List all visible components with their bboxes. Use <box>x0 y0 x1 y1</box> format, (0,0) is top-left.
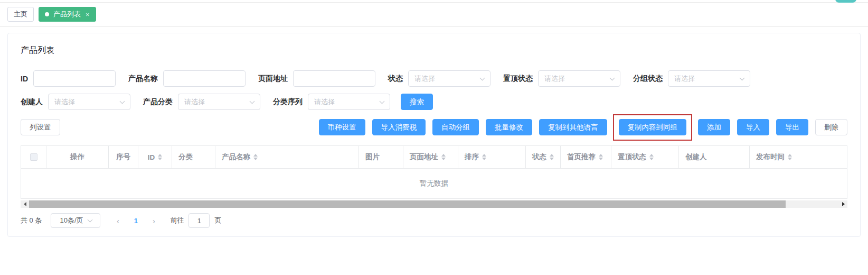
col-actions: 操作 <box>46 146 109 168</box>
category-sequence-select-label: 分类序列 <box>273 97 303 107</box>
tab-product-list[interactable]: 产品列表× <box>39 7 96 22</box>
export-button[interactable]: 导出 <box>776 119 808 135</box>
filter-item-status-select: 状态请选择 <box>388 70 490 87</box>
sort-ascending-icon <box>441 154 446 157</box>
sort-ascending-icon <box>599 154 603 157</box>
col-top-status: 置顶状态 <box>611 146 679 168</box>
chevron-down-icon <box>610 75 615 80</box>
horizontal-scrollbar[interactable] <box>21 200 847 208</box>
import-consumption-tax-button[interactable]: 导入消费税 <box>372 119 426 135</box>
filter-item-id-input: ID <box>21 70 116 87</box>
sort-ascending-icon <box>649 154 654 157</box>
col-home-recommend-label: 首页推荐 <box>567 152 596 162</box>
sort-icon[interactable] <box>482 154 486 160</box>
next-page-button[interactable]: › <box>145 216 163 225</box>
id-input-label: ID <box>21 75 28 83</box>
col-category: 分类 <box>172 146 215 168</box>
page-title: 产品列表 <box>21 45 847 56</box>
copy-content-to-same-group-button[interactable]: 复制内容到同组 <box>619 119 687 135</box>
group-status-select[interactable]: 请选择 <box>668 70 750 87</box>
scroll-left-arrow-icon[interactable] <box>21 202 29 206</box>
sort-descending-icon <box>550 158 554 160</box>
sort-descending-icon <box>158 158 162 160</box>
product-name-input-label: 产品名称 <box>128 74 158 84</box>
col-creator: 创建人 <box>679 146 750 168</box>
sort-icon[interactable] <box>649 154 654 160</box>
scroll-right-arrow-icon[interactable] <box>839 202 847 206</box>
status-select[interactable]: 请选择 <box>408 70 490 87</box>
col-page-url: 页面地址 <box>403 146 458 168</box>
sort-icon[interactable] <box>441 154 446 160</box>
col-select <box>21 146 46 168</box>
copy-to-other-languages-button[interactable]: 复制到其他语言 <box>539 119 607 135</box>
goto-page-input[interactable] <box>188 213 210 228</box>
select-placeholder: 请选择 <box>674 74 695 84</box>
topbar <box>0 0 868 3</box>
select-placeholder: 请选择 <box>184 97 205 107</box>
filter-item-category-sequence-select: 分类序列请选择 <box>273 94 390 110</box>
toolbar: 列设置 币种设置导入消费税自动分组批量修改复制到其他语言复制内容到同组添加导入导… <box>21 119 847 135</box>
page-url-input[interactable] <box>293 70 375 87</box>
select-all-checkbox[interactable] <box>30 153 37 161</box>
currency-settings-button[interactable]: 币种设置 <box>319 119 365 135</box>
filter-form: ID产品名称页面地址状态请选择置顶状态请选择分组状态请选择 创建人请选择产品分类… <box>21 70 847 110</box>
id-input[interactable] <box>33 70 116 87</box>
creator-select[interactable]: 请选择 <box>48 94 130 110</box>
add-button[interactable]: 添加 <box>698 119 730 135</box>
annotation-highlight-box: 复制内容到同组 <box>619 119 687 135</box>
filter-item-page-url-input: 页面地址 <box>258 70 375 87</box>
page-number-1[interactable]: 1 <box>127 217 145 225</box>
page-url-input-label: 页面地址 <box>258 74 288 84</box>
prev-page-button[interactable]: ‹ <box>109 216 127 225</box>
teal-pill-badge[interactable] <box>835 0 856 3</box>
sort-icon[interactable] <box>158 154 162 160</box>
goto-label: 前往 <box>170 216 184 225</box>
toolbar-left: 列设置 <box>21 119 60 135</box>
col-id: ID <box>138 146 172 168</box>
sort-descending-icon <box>441 158 446 160</box>
sort-icon[interactable] <box>599 154 603 160</box>
sort-descending-icon <box>599 158 603 160</box>
filter-item-product-name-input: 产品名称 <box>128 70 246 87</box>
chevron-down-icon <box>250 98 255 104</box>
product-category-select[interactable]: 请选择 <box>178 94 260 110</box>
filter-item-creator-select: 创建人请选择 <box>21 94 130 110</box>
sort-descending-icon <box>482 158 486 160</box>
sort-icon[interactable] <box>550 154 554 160</box>
tab-home[interactable]: 主页 <box>7 7 34 22</box>
table-header-row: 操作序号ID分类产品名称图片页面地址排序状态首页推荐置顶状态创建人发布时间 <box>21 146 847 169</box>
col-status-label: 状态 <box>532 152 546 162</box>
tab-label: 产品列表 <box>53 10 81 19</box>
col-creator-label: 创建人 <box>685 152 707 162</box>
goto-page-group: 前往 页 <box>170 213 221 228</box>
column-settings-button[interactable]: 列设置 <box>21 119 60 135</box>
product-name-input[interactable] <box>163 70 246 87</box>
sort-icon[interactable] <box>788 154 792 160</box>
col-actions-label: 操作 <box>70 152 84 162</box>
scrollbar-thumb[interactable] <box>29 200 786 208</box>
col-category-label: 分类 <box>178 152 193 162</box>
filter-row-1: ID产品名称页面地址状态请选择置顶状态请选择分组状态请选择 <box>21 70 847 87</box>
page-size-value: 10条/页 <box>60 216 83 225</box>
top-status-select[interactable]: 请选择 <box>538 70 620 87</box>
pagination: 共 0 条 10条/页 ‹ 1 › 前往 页 <box>21 213 847 228</box>
select-placeholder: 请选择 <box>544 74 565 84</box>
select-placeholder: 请选择 <box>54 97 75 107</box>
col-sort-label: 排序 <box>465 152 479 162</box>
col-image: 图片 <box>359 146 403 168</box>
tab-close-icon[interactable]: × <box>86 11 90 18</box>
auto-group-button[interactable]: 自动分组 <box>432 119 479 135</box>
col-page-url-label: 页面地址 <box>410 152 438 162</box>
delete-button[interactable]: 删除 <box>815 119 847 135</box>
sort-icon[interactable] <box>253 154 258 160</box>
search-button[interactable]: 搜索 <box>401 94 433 110</box>
page-size-select[interactable]: 10条/页 <box>51 213 100 228</box>
col-index: 序号 <box>109 146 138 168</box>
filter-item-product-category-select: 产品分类请选择 <box>143 94 260 110</box>
sort-descending-icon <box>788 158 792 160</box>
sort-ascending-icon <box>158 154 162 157</box>
batch-edit-button[interactable]: 批量修改 <box>486 119 532 135</box>
chevron-down-icon <box>120 98 125 104</box>
import-button[interactable]: 导入 <box>737 119 769 135</box>
category-sequence-select[interactable]: 请选择 <box>308 94 390 110</box>
